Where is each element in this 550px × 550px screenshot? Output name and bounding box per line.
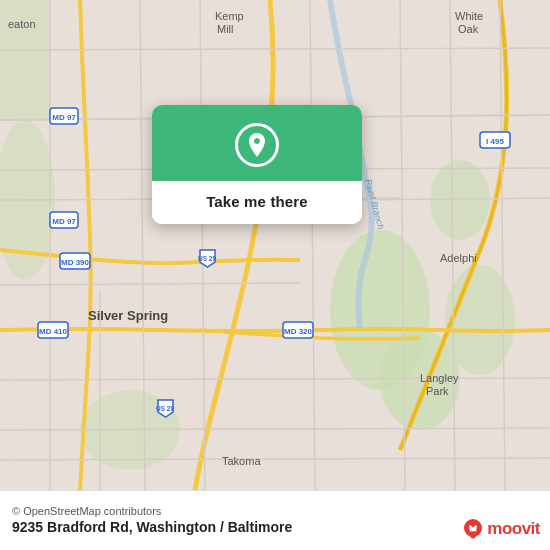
svg-text:US 29: US 29 [156, 405, 174, 412]
svg-text:Park: Park [426, 385, 449, 397]
popup-body[interactable]: Take me there [152, 181, 362, 224]
location-pin-icon [243, 131, 271, 159]
svg-text:Mill: Mill [217, 23, 234, 35]
svg-text:US 29: US 29 [198, 255, 216, 262]
moovit-logo: moovit [462, 518, 540, 540]
address-text: 9235 Bradford Rd, Washington / Baltimore [12, 519, 538, 535]
location-popup: Take me there [152, 105, 362, 224]
bottom-bar: © OpenStreetMap contributors 9235 Bradfo… [0, 490, 550, 550]
moovit-label: moovit [487, 519, 540, 539]
svg-text:Kemp: Kemp [215, 10, 244, 22]
map-container: MD 97 MD 97 I 495 MD 390 MD 410 MD 320 U… [0, 0, 550, 490]
svg-text:I 495: I 495 [486, 137, 504, 146]
popup-header [152, 105, 362, 181]
svg-text:MD 390: MD 390 [61, 258, 90, 267]
copyright-text: © OpenStreetMap contributors [12, 505, 538, 517]
svg-text:MD 320: MD 320 [284, 327, 313, 336]
svg-text:MD 410: MD 410 [39, 327, 68, 336]
svg-point-7 [445, 265, 515, 375]
svg-text:MD 97: MD 97 [52, 113, 76, 122]
moovit-icon [462, 518, 484, 540]
svg-text:Adelphi: Adelphi [440, 252, 477, 264]
svg-point-3 [430, 160, 490, 240]
location-icon-circle [235, 123, 279, 167]
svg-text:White: White [455, 10, 483, 22]
svg-text:Langley: Langley [420, 372, 459, 384]
svg-text:eaton: eaton [8, 18, 36, 30]
svg-text:Silver Spring: Silver Spring [88, 308, 168, 323]
svg-text:Oak: Oak [458, 23, 479, 35]
take-me-there-button[interactable]: Take me there [206, 193, 308, 210]
svg-text:Takoma: Takoma [222, 455, 261, 467]
svg-text:MD 97: MD 97 [52, 217, 76, 226]
